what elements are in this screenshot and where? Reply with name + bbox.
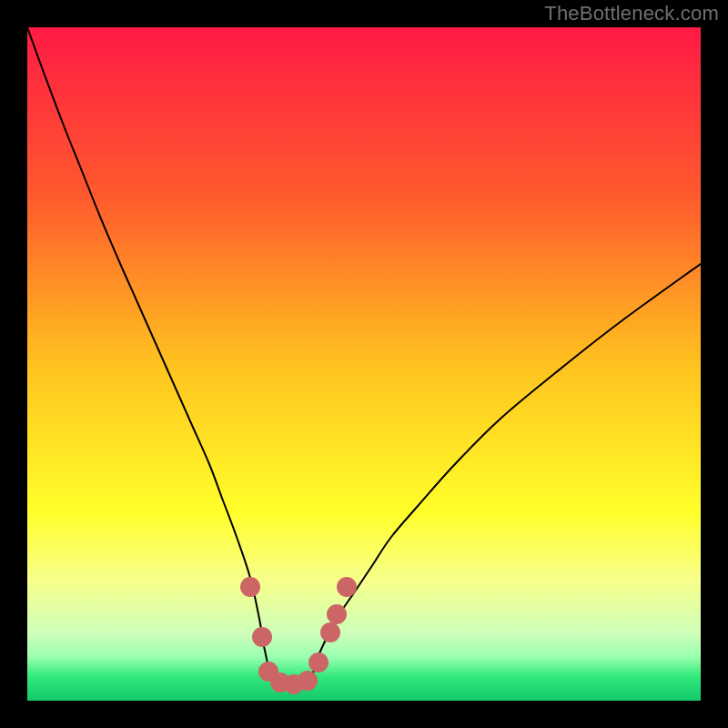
highlight-dot	[298, 671, 318, 691]
plot-background	[27, 27, 701, 701]
highlight-dot	[308, 652, 329, 672]
watermark-text: TheBottleneck.com	[544, 2, 719, 25]
highlight-dot	[252, 627, 272, 647]
highlight-dot	[337, 577, 357, 597]
highlight-dot	[320, 622, 340, 642]
bottleneck-chart	[0, 0, 728, 728]
highlight-dot	[327, 604, 347, 624]
chart-frame: TheBottleneck.com	[0, 0, 728, 728]
highlight-dot	[240, 577, 260, 597]
